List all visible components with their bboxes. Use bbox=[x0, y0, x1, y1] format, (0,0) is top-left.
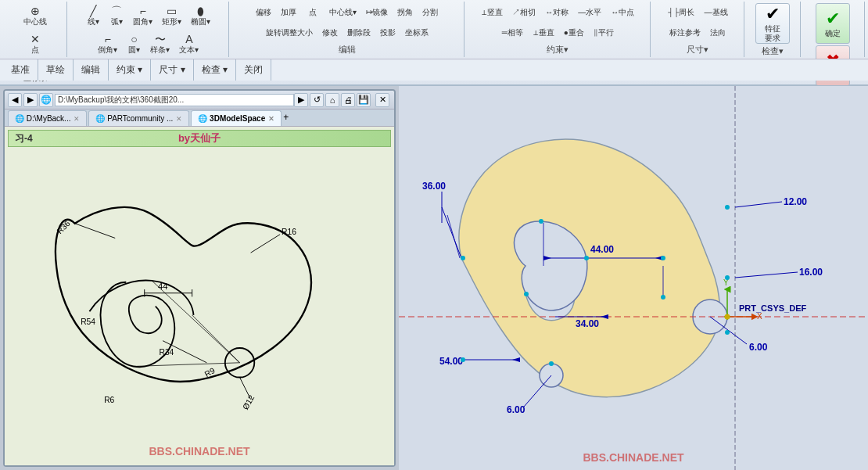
svg-point-64 bbox=[725, 314, 730, 320]
fillet-icon: ⌐ bbox=[140, 5, 146, 16]
coincident-btn[interactable]: ●重合 bbox=[560, 25, 588, 41]
centerline-btn[interactable]: ⊕ 中心线 bbox=[20, 3, 51, 30]
ellipse-btn[interactable]: ⬮ 椭圆▾ bbox=[187, 3, 214, 30]
mirror-btn[interactable]: ↦镜像 bbox=[362, 5, 392, 20]
text-icon: A bbox=[185, 34, 192, 45]
spline-icon: 〜 bbox=[155, 34, 166, 45]
svg-text:12.00: 12.00 bbox=[784, 196, 807, 207]
svg-text:6.00: 6.00 bbox=[507, 404, 525, 415]
close-window-btn[interactable]: ✕ bbox=[375, 93, 389, 107]
offset-btn[interactable]: 偏移 bbox=[252, 5, 275, 20]
circle-icon: ○ bbox=[131, 34, 137, 45]
svg-text:R16: R16 bbox=[282, 228, 296, 236]
tab-partcommunity[interactable]: 🌐 PARTcommunity ... ✕ bbox=[88, 110, 189, 126]
bottom-constraint[interactable]: 约束 ▾ bbox=[109, 59, 151, 81]
ellipse-icon: ⬮ bbox=[197, 5, 204, 16]
print-btn[interactable]: 🖨 bbox=[341, 93, 355, 107]
svg-line-42 bbox=[735, 202, 782, 207]
address-bar[interactable] bbox=[55, 94, 294, 106]
browser-content: 习-4 by天仙子 bbox=[5, 127, 394, 465]
svg-point-56 bbox=[461, 256, 465, 260]
sketch-title: 习-4 by天仙子 bbox=[8, 130, 391, 147]
svg-line-23 bbox=[442, 207, 461, 258]
corner-btn[interactable]: 拐角 bbox=[393, 5, 417, 20]
svg-point-51 bbox=[539, 219, 543, 224]
bottom-dim[interactable]: 尺寸 ▾ bbox=[151, 59, 193, 81]
direction-btn[interactable]: 法向 bbox=[706, 25, 730, 41]
line-btn[interactable]: ╱ 线▾ bbox=[82, 3, 104, 30]
bottom-base[interactable]: 基准 bbox=[3, 59, 38, 81]
tab-close3[interactable]: ✕ bbox=[268, 115, 274, 123]
stop-btn[interactable]: 🌐 bbox=[39, 93, 53, 107]
spline-btn[interactable]: 〜 样条▾ bbox=[146, 31, 174, 58]
delete-btn[interactable]: 删除段 bbox=[343, 25, 375, 41]
centerline2-btn[interactable]: 中心线▾ bbox=[325, 5, 360, 20]
tab-myback[interactable]: 🌐 D:\MyBack... ✕ bbox=[8, 110, 87, 126]
forward-btn[interactable]: ▶ bbox=[23, 93, 38, 107]
modify-btn[interactable]: 修改 bbox=[318, 25, 342, 41]
new-tab-btn[interactable]: + bbox=[283, 112, 297, 126]
equal-btn[interactable]: ═相等 bbox=[498, 25, 527, 41]
section-close: ✔ 确定 ✖ 取消 关闭 bbox=[802, 2, 865, 57]
perp-btn[interactable]: ⊥垂直 bbox=[529, 25, 558, 41]
svg-line-44 bbox=[735, 272, 798, 278]
section-constraint: ⊥竖直 ↗相切 ↔对称 —水平 ↔中点 ═相等 ⊥垂直 ●重合 ∥平行 约束▾ bbox=[466, 2, 651, 57]
refresh-btn[interactable]: ↺ bbox=[310, 93, 324, 107]
svg-text:PRT_CSYS_DEF: PRT_CSYS_DEF bbox=[739, 303, 806, 313]
svg-text:44: 44 bbox=[158, 282, 167, 291]
svg-line-8 bbox=[251, 235, 280, 253]
svg-marker-36 bbox=[512, 357, 520, 362]
text-btn[interactable]: A 文本▾ bbox=[175, 31, 203, 58]
project-btn[interactable]: 投影 bbox=[376, 25, 400, 41]
bottom-close[interactable]: 关闭 bbox=[236, 59, 271, 81]
line-icon: ╱ bbox=[90, 5, 96, 16]
svg-line-5 bbox=[75, 224, 116, 239]
feature-req-btn[interactable]: ✔ 特征要求 bbox=[755, 3, 790, 44]
svg-line-40 bbox=[524, 375, 551, 407]
feature-icon: ✔ bbox=[766, 4, 780, 24]
parallel-btn[interactable]: ∥平行 bbox=[590, 25, 618, 41]
svg-text:34.00: 34.00 bbox=[576, 318, 599, 329]
go-btn[interactable]: ▶ bbox=[294, 93, 308, 107]
arc-btn[interactable]: ⌒ 弧▾ bbox=[106, 3, 127, 30]
horizontal-btn[interactable]: —水平 bbox=[574, 5, 605, 20]
point-btn[interactable]: ✕ 点 bbox=[24, 31, 46, 58]
arc-icon: ⌒ bbox=[111, 5, 122, 16]
fillet-btn[interactable]: ⌐ 圆角▾ bbox=[129, 3, 156, 30]
thicken-btn[interactable]: 加厚 bbox=[277, 5, 300, 20]
cad-svg: 36.00 44.00 34.00 54.00 6.00 bbox=[399, 86, 868, 470]
tangent-btn[interactable]: ↗相切 bbox=[508, 5, 540, 20]
browser-titlebar: ◀ ▶ 🌐 ▶ ↺ ⌂ 🖨 💾 ✕ bbox=[5, 91, 394, 109]
midpoint-btn[interactable]: ↔中点 bbox=[607, 5, 638, 20]
chamfer-btn[interactable]: ⌐ 倒角▾ bbox=[94, 31, 121, 58]
sketch-svg: 44 R36 R54 R16 R34 R9 Ø1 bbox=[5, 150, 394, 465]
baseline-btn[interactable]: —基线 bbox=[701, 5, 732, 20]
edit-tools: 偏移 加厚 点 中心线▾ ↦镜像 拐角 分割 bbox=[235, 3, 459, 42]
circle-btn[interactable]: ○ 圆▾ bbox=[123, 31, 145, 58]
tab-3dmodel[interactable]: 🌐 3DModelSpace ✕ bbox=[191, 110, 282, 126]
browser-window: ◀ ▶ 🌐 ▶ ↺ ⌂ 🖨 💾 ✕ 🌐 D:\MyBack... ✕ 🌐 PAR… bbox=[3, 89, 396, 467]
toolbar-top: ⊕ 中心线 ✕ 点 ⊞ 坐标系 基准 ╱ 线▾ bbox=[0, 0, 868, 59]
perimeter-btn[interactable]: ┤├周长 bbox=[664, 5, 698, 20]
svg-line-65 bbox=[447, 215, 460, 258]
symmetric-btn[interactable]: ↔对称 bbox=[541, 5, 572, 20]
vertical-btn[interactable]: ⊥竖直 bbox=[477, 5, 507, 20]
ref-dim-btn[interactable]: 标注参考 bbox=[665, 25, 705, 41]
bottom-edit[interactable]: 编辑 bbox=[74, 59, 109, 81]
split-btn[interactable]: 分割 bbox=[418, 5, 442, 20]
right-panel[interactable]: 36.00 44.00 34.00 54.00 6.00 bbox=[399, 86, 868, 470]
bottom-check[interactable]: 检查 ▾ bbox=[194, 59, 236, 81]
coord2-btn[interactable]: 坐标系 bbox=[401, 25, 432, 41]
rect-btn[interactable]: ▭ 矩形▾ bbox=[158, 3, 185, 30]
home-btn[interactable]: ⌂ bbox=[325, 93, 339, 107]
save-btn[interactable]: 💾 bbox=[357, 93, 371, 107]
svg-text:X: X bbox=[757, 312, 762, 321]
tab-close[interactable]: ✕ bbox=[74, 115, 80, 123]
bottom-sketch[interactable]: 草绘 bbox=[38, 59, 74, 81]
point2-btn[interactable]: 点 bbox=[302, 5, 324, 20]
rect-icon: ▭ bbox=[167, 5, 177, 16]
rotate-btn[interactable]: 旋转调整大小 bbox=[262, 25, 317, 41]
back-btn[interactable]: ◀ bbox=[8, 93, 22, 107]
tab-close2[interactable]: ✕ bbox=[176, 115, 182, 123]
confirm-btn[interactable]: ✔ 确定 bbox=[816, 3, 850, 44]
